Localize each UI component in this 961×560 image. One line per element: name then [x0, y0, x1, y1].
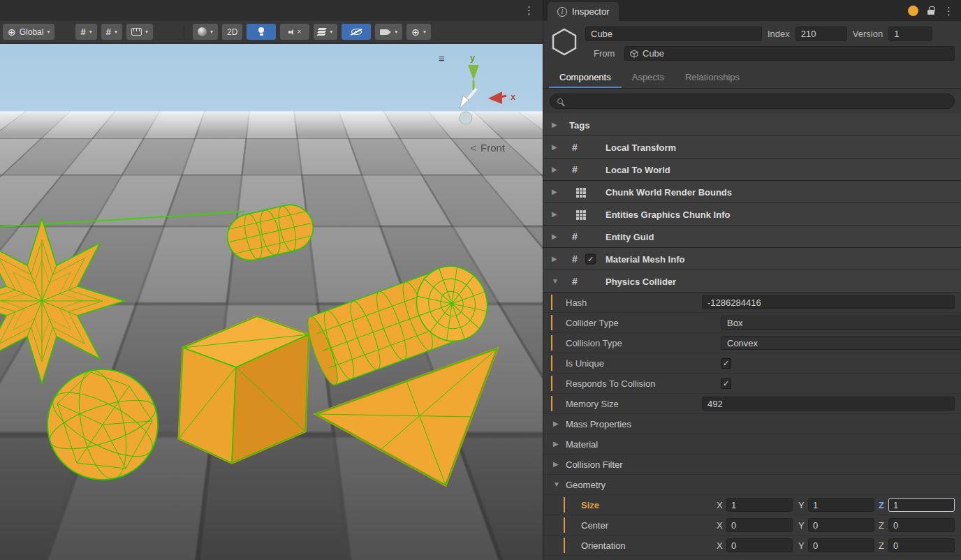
scene-camera-dropdown[interactable]: ⊕ ▾ [406, 24, 431, 40]
gizmo-y-axis-cone[interactable] [468, 65, 479, 80]
geometry-center-row: Center X 0 Y 0 Z 0 [543, 515, 961, 536]
geometry-size-row: Size X 1 Y 1 Z 1 [543, 495, 961, 515]
collider-type-row: Collider Type Box ▾ [543, 313, 961, 333]
orientation-x-field[interactable]: 0 [726, 538, 793, 552]
scene-visibility-toggle[interactable] [342, 24, 371, 40]
z-axis-label: Z [879, 540, 884, 551]
component-row-local-to-world[interactable]: ▶ # Local To World [543, 159, 961, 181]
foldout-icon[interactable]: ▶ [553, 420, 559, 427]
scene-object-star[interactable] [0, 219, 124, 383]
foldout-icon[interactable]: ▶ [552, 144, 557, 151]
inspector-menu-kebab-icon[interactable]: ⋮ [944, 6, 954, 16]
index-label: Index [768, 29, 790, 39]
measure-tool-button[interactable]: ▾ [126, 24, 153, 40]
camera-settings-dropdown[interactable]: ▾ [375, 24, 402, 40]
gizmo-axes [428, 54, 519, 134]
component-row-local-transform[interactable]: ▶ # Local Transform [543, 136, 961, 159]
foldout-icon[interactable]: ▶ [552, 211, 557, 218]
size-x-field[interactable]: 1 [726, 498, 793, 512]
foldout-icon[interactable]: ▼ [553, 481, 560, 488]
grid-snapping-button[interactable]: # ▾ [75, 24, 96, 40]
entity-version-field[interactable]: 1 [888, 27, 932, 41]
center-y-field[interactable]: 0 [808, 518, 874, 532]
scene-object-capsule[interactable] [223, 200, 318, 265]
entity-name-field[interactable]: Cube [585, 27, 762, 41]
center-x-field[interactable]: 0 [726, 518, 793, 532]
foldout-icon[interactable]: ▶ [553, 461, 559, 468]
foldout-icon[interactable]: ▶ [552, 189, 557, 196]
lock-icon[interactable] [927, 10, 934, 15]
component-row-entity-guid[interactable]: ▶ # Entity Guid [543, 226, 961, 248]
tab-components[interactable]: Components [549, 66, 622, 88]
account-status-icon[interactable] [908, 6, 918, 16]
size-z-field[interactable]: 1 [888, 498, 955, 512]
collision-filter-foldout[interactable]: ▶ Collision Filter [543, 455, 961, 475]
speaker-muted-icon [288, 28, 295, 36]
info-icon: i [557, 7, 567, 17]
runtime-bar [551, 315, 552, 330]
scene-menu-kebab-icon[interactable]: ⋮ [524, 5, 534, 15]
effects-dropdown[interactable]: ▾ [314, 24, 337, 40]
foldout-icon[interactable]: ▶ [552, 166, 557, 173]
component-row-entities-graphics-chunk-info[interactable]: ▶ Entities Graphics Chunk Info [543, 203, 961, 226]
orientation-z-field[interactable]: 0 [888, 538, 955, 552]
center-z-field[interactable]: 0 [888, 518, 955, 532]
scene-audio-toggle[interactable]: × [280, 24, 309, 40]
scene-toolbar: ⊕ Global ▾ # ▾ # ▾ ▾ ▾ [0, 21, 543, 43]
foldout-icon[interactable]: ▼ [552, 278, 559, 285]
2d-mode-toggle[interactable]: 2D [222, 24, 242, 40]
orientation-y-field[interactable]: 0 [808, 538, 874, 552]
component-row-tags[interactable]: ▶ Tags [543, 114, 961, 136]
entity-from-field[interactable]: Cube [624, 46, 955, 61]
mass-properties-foldout[interactable]: ▶ Mass Properties [543, 414, 961, 434]
scene-object-sphere[interactable] [44, 366, 161, 482]
mute-x-icon: × [297, 28, 301, 36]
responds-to-collision-checkbox[interactable]: ✓ [721, 378, 731, 389]
collision-type-dropdown[interactable]: Convex ▾ [721, 336, 961, 350]
foldout-icon[interactable]: ▶ [552, 256, 557, 263]
component-row-chunk-world-render-bounds[interactable]: ▶ Chunk World Render Bounds [543, 181, 961, 203]
memory-size-field[interactable]: 492 [702, 397, 955, 411]
scene-title-bar: ⋮ [0, 0, 543, 21]
inspector-tab-title: Inspector [572, 6, 609, 17]
size-y-field[interactable]: 1 [808, 498, 874, 512]
search-input[interactable] [550, 94, 955, 109]
entity-header: Cube Index 210 Version 1 From [543, 21, 961, 66]
tab-inspector[interactable]: i Inspector [548, 2, 619, 21]
unity-editor-window: ⋮ ⊕ Global ▾ # ▾ # ▾ ▾ [0, 0, 961, 560]
grid-axis-line [0, 212, 244, 227]
entity-hexagon-icon [552, 28, 577, 56]
is-unique-checkbox[interactable]: ✓ [721, 358, 731, 369]
handle-orientation-dropdown[interactable]: ⊕ Global ▾ [3, 24, 54, 40]
scene-lighting-toggle[interactable] [247, 24, 276, 40]
tab-relationships[interactable]: Relationships [675, 66, 750, 88]
runtime-bar [551, 376, 552, 391]
gizmo-view-label[interactable]: <Front [470, 142, 505, 154]
component-list: ▶ Tags ▶ # Local Transform ▶ # Local To … [543, 114, 961, 293]
component-icon: # [568, 253, 581, 265]
tab-aspects[interactable]: Aspects [622, 66, 675, 88]
hash-value-field[interactable]: -1286284416 [702, 295, 955, 309]
foldout-icon[interactable]: ▶ [552, 233, 557, 240]
runtime-bar [551, 396, 552, 411]
foldout-icon[interactable]: ▶ [552, 121, 557, 128]
material-mesh-info-checkbox[interactable]: ✓ [585, 253, 596, 264]
x-axis-label: X [717, 520, 723, 531]
scene-viewport[interactable]: ≡ y x <Front [0, 44, 543, 560]
orientation-gizmo[interactable]: y x [428, 54, 519, 134]
y-axis-label: Y [798, 500, 805, 510]
component-row-physics-collider[interactable]: ▼ # Physics Collider [543, 270, 961, 293]
chunk-component-icon [568, 209, 581, 220]
foldout-icon[interactable]: ▶ [553, 441, 559, 448]
draw-mode-dropdown[interactable]: ▾ [193, 24, 218, 40]
gizmo-x-axis-cone[interactable] [488, 91, 502, 104]
collider-type-dropdown[interactable]: Box ▾ [721, 316, 961, 330]
gizmo-center-ball[interactable] [460, 112, 472, 124]
entity-index-field[interactable]: 210 [795, 27, 847, 41]
increment-snap-button[interactable]: # ▾ [101, 24, 122, 40]
component-row-material-mesh-info[interactable]: ▶ # ✓ Material Mesh Info [543, 248, 961, 270]
scene-object-cube[interactable] [179, 316, 309, 463]
geometry-foldout[interactable]: ▼ Geometry [543, 475, 961, 495]
x-axis-label: X [717, 540, 723, 551]
material-foldout[interactable]: ▶ Material [543, 434, 961, 455]
